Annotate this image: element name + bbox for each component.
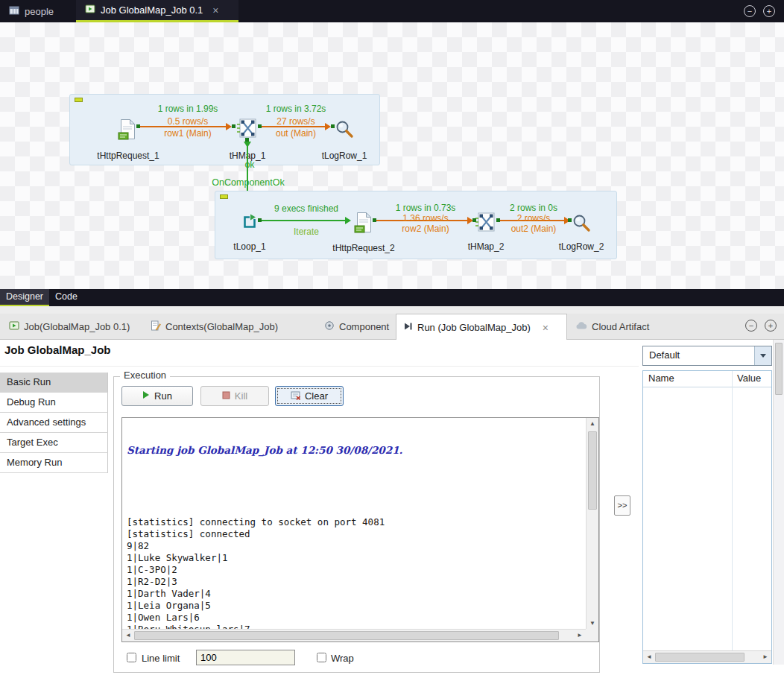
maximize-icon[interactable]: +	[763, 5, 775, 17]
tab-code[interactable]: Code	[49, 289, 83, 306]
arrowhead-icon	[244, 142, 251, 148]
minimize-icon[interactable]: −	[744, 5, 756, 17]
flow-rate-label: 27 rows/s	[251, 116, 341, 127]
tab-run-view[interactable]: Run (Job GlobalMap_Job) ×	[396, 314, 567, 340]
talend-studio-window: people Job GlobalMap_Job 0.1 × − + tHttp…	[0, 0, 784, 678]
component-label[interactable]: tHttpRequest_1	[87, 151, 169, 161]
arrowhead-icon	[345, 217, 351, 224]
clear-button[interactable]: Clear	[275, 386, 344, 406]
console-header-line: Starting job GlobalMap_Job at 12:50 30/0…	[127, 444, 581, 457]
component-thttprequest-1[interactable]	[118, 118, 137, 143]
ok-label: ok	[238, 159, 261, 170]
connection-anchor	[472, 218, 476, 222]
component-label[interactable]: tLogRow_2	[551, 241, 611, 252]
stop-icon	[222, 390, 230, 402]
tab-component-view[interactable]: Component	[318, 314, 395, 340]
tab-job-view[interactable]: Job(GlobalMap_Job 0.1)	[3, 314, 136, 340]
tab-designer[interactable]: Designer	[0, 289, 49, 306]
component-label[interactable]: tHttpRequest_2	[325, 243, 402, 253]
job-icon	[9, 320, 19, 333]
context-table[interactable]: Name Value ◄ ►	[642, 370, 772, 664]
component-tloop-1[interactable]	[241, 213, 259, 233]
tab-people[interactable]: people	[0, 0, 63, 22]
console-lines: [statistics] connecting to socket on por…	[127, 481, 581, 629]
kill-button[interactable]: Kill	[200, 386, 269, 406]
component-label[interactable]: tHMap_2	[456, 241, 516, 252]
chevron-down-icon	[760, 354, 766, 358]
scrollbar-thumb[interactable]	[775, 343, 783, 395]
minimize-icon[interactable]: −	[745, 320, 757, 332]
button-label: Run	[154, 390, 172, 402]
component-label[interactable]: tLogRow_1	[314, 151, 374, 161]
panel-vscrollbar[interactable]	[773, 340, 784, 665]
tab-label: Run (Job GlobalMap_Job)	[417, 322, 531, 333]
tab-label: people	[25, 6, 54, 17]
sidebar-item-basic-run[interactable]: Basic Run	[0, 373, 108, 393]
console-line: 1|Owen Lars|6	[127, 612, 581, 624]
scroll-left-icon[interactable]: ◄	[643, 651, 655, 663]
scroll-right-icon[interactable]: ►	[574, 630, 586, 641]
tab-label: Job(GlobalMap_Job 0.1)	[24, 321, 130, 332]
subjob-collapse-toggle[interactable]	[75, 98, 83, 102]
job-icon	[85, 4, 95, 16]
scroll-up-icon[interactable]: ▲	[587, 418, 598, 429]
tloop-icon	[241, 222, 259, 233]
scrollbar-thumb[interactable]	[134, 631, 559, 640]
console-vscrollbar[interactable]: ▲ ▼	[586, 418, 598, 629]
expand-context-button[interactable]: >>	[614, 495, 630, 516]
flow-name-label[interactable]: out2 (Main)	[489, 224, 578, 234]
component-thttprequest-2[interactable]	[354, 212, 373, 236]
divider	[0, 306, 784, 314]
flow-name-label[interactable]: out (Main)	[251, 128, 341, 139]
console: Starting job GlobalMap_Job at 12:50 30/0…	[121, 417, 599, 642]
column-divider[interactable]	[732, 371, 733, 650]
wrap-label: Wrap	[331, 653, 354, 664]
line-limit-checkbox[interactable]	[127, 653, 136, 662]
subjob-collapse-toggle[interactable]	[220, 194, 228, 199]
thttprequest-icon	[118, 132, 137, 143]
console-output[interactable]: Starting job GlobalMap_Job at 12:50 30/0…	[122, 418, 586, 629]
connection-anchor	[136, 124, 140, 128]
maximize-icon[interactable]: +	[765, 320, 777, 332]
column-header-name[interactable]: Name	[648, 373, 674, 384]
designer-code-bar: Designer Code	[0, 289, 784, 306]
run-button[interactable]: Run	[121, 386, 193, 406]
table-hscrollbar[interactable]: ◄ ►	[643, 650, 771, 663]
console-line: [statistics] connected	[127, 528, 581, 540]
connection-anchor	[373, 218, 376, 222]
tab-contexts-view[interactable]: Contexts(GlobalMap_Job)	[145, 314, 284, 340]
table-icon	[9, 5, 19, 18]
flow-name-label[interactable]: row2 (Main)	[380, 224, 471, 234]
scroll-right-icon[interactable]: ►	[759, 651, 771, 663]
clear-icon	[291, 390, 300, 402]
console-hscrollbar[interactable]: ◄ ►	[122, 629, 586, 641]
scroll-left-icon[interactable]: ◄	[122, 630, 134, 641]
tab-cloud-artifact[interactable]: Cloud Artifact	[569, 314, 655, 340]
job-design-canvas[interactable]: tHttpRequest_1 tHMap_1 tLogRow_1 1 rows …	[0, 22, 784, 289]
scrollbar-thumb[interactable]	[655, 653, 745, 662]
scrollbar-corner	[586, 629, 598, 641]
flow-name-label[interactable]: Iterate	[261, 226, 352, 237]
component-label[interactable]: tLoop_1	[224, 241, 276, 252]
scroll-down-icon[interactable]: ▼	[587, 618, 598, 629]
sidebar-item-debug-run[interactable]: Debug Run	[0, 393, 108, 413]
flow-stats-label: 1 rows in 0.73s	[380, 203, 471, 213]
on-component-ok-label[interactable]: OnComponentOk	[203, 177, 294, 188]
tab-label: Cloud Artifact	[592, 321, 649, 332]
close-icon[interactable]: ×	[543, 322, 549, 334]
flow-name-label[interactable]: row1 (Main)	[143, 128, 233, 139]
dropdown-arrow-button[interactable]	[754, 346, 771, 365]
wrap-checkbox[interactable]	[317, 653, 326, 662]
sidebar-item-advanced-settings[interactable]: Advanced settings	[0, 413, 108, 433]
iterate-connection[interactable]	[260, 220, 345, 221]
scrollbar-thumb[interactable]	[588, 431, 597, 510]
line-limit-input[interactable]	[196, 650, 295, 665]
sidebar-item-memory-run[interactable]: Memory Run	[0, 453, 108, 473]
sidebar-item-target-exec[interactable]: Target Exec	[0, 433, 108, 453]
context-select[interactable]: Default	[642, 346, 772, 366]
run-view-icon	[402, 321, 413, 334]
tab-label: Job GlobalMap_Job 0.1	[101, 4, 203, 16]
column-header-value[interactable]: Value	[737, 373, 761, 384]
tab-job-globalmap[interactable]: Job GlobalMap_Job 0.1 ×	[76, 0, 238, 22]
close-icon[interactable]: ×	[212, 4, 218, 16]
